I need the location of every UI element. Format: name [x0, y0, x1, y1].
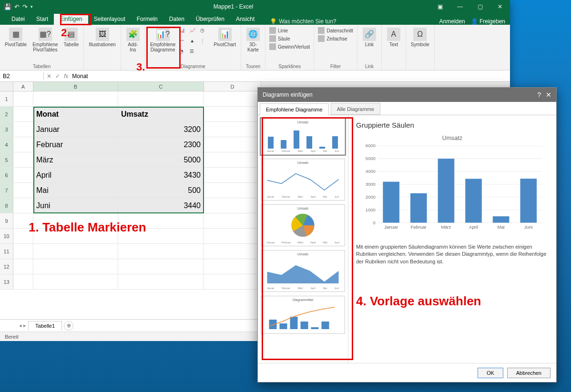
- close-button[interactable]: ✕: [490, 0, 510, 13]
- row-header[interactable]: 5: [0, 152, 13, 167]
- cell[interactable]: Juni: [33, 198, 118, 213]
- col-B[interactable]: B: [33, 82, 118, 91]
- enter-formula-icon[interactable]: ✓: [55, 73, 60, 80]
- 3d-map-button[interactable]: 🌐3D- Karte: [244, 27, 262, 53]
- cell[interactable]: [13, 107, 33, 121]
- row-header[interactable]: 8: [0, 198, 13, 213]
- row-header[interactable]: 12: [0, 259, 13, 274]
- maximize-button[interactable]: ▢: [470, 0, 490, 13]
- cell[interactable]: Monat: [33, 107, 118, 121]
- cell[interactable]: [13, 259, 33, 274]
- cell[interactable]: 2300: [118, 137, 204, 152]
- chart-hier-icon[interactable]: ◷: [200, 28, 210, 37]
- cell[interactable]: [204, 213, 261, 228]
- tab-datei[interactable]: Datei: [6, 14, 31, 25]
- col-A[interactable]: A: [13, 82, 33, 91]
- cell[interactable]: [204, 198, 261, 213]
- cell[interactable]: [33, 259, 118, 274]
- cell[interactable]: Mai: [33, 183, 118, 198]
- row-header[interactable]: 3: [0, 122, 13, 137]
- dialog-close-icon[interactable]: ✕: [546, 91, 551, 99]
- cell[interactable]: [118, 259, 204, 274]
- col-D[interactable]: D: [204, 82, 261, 91]
- tab-einfuegen[interactable]: Einfügen: [54, 14, 88, 25]
- add-sheet-button[interactable]: ⊕: [64, 321, 73, 331]
- ok-button[interactable]: OK: [478, 368, 503, 378]
- cell[interactable]: April: [33, 168, 118, 182]
- cell[interactable]: 5000: [118, 152, 204, 167]
- chart-thumbnail-list[interactable]: UmsatzJanuarFebruarMärzAprilMaiJuniUmsat…: [258, 115, 348, 363]
- tab-all-charts[interactable]: Alle Diagramme: [331, 103, 380, 115]
- illustrations-button[interactable]: 🖼Illustrationen: [87, 27, 118, 48]
- formula-input[interactable]: Monat: [72, 73, 88, 80]
- cell[interactable]: [33, 91, 118, 106]
- cell[interactable]: [204, 259, 261, 274]
- pivotchart-button[interactable]: 📊PivotChart: [212, 27, 238, 48]
- cancel-formula-icon[interactable]: ✕: [47, 73, 51, 80]
- row-header[interactable]: 6: [0, 168, 13, 182]
- chart-column-icon[interactable]: 📈: [190, 28, 199, 37]
- chart-thumb-bar[interactable]: UmsatzJanuarFebruarMärzAprilMaiJuni: [261, 118, 345, 155]
- tab-ansicht[interactable]: Ansicht: [230, 14, 260, 25]
- cell[interactable]: 500: [118, 183, 204, 198]
- row-header[interactable]: 10: [0, 229, 13, 243]
- chart-thumb-pie[interactable]: Umsatz•Januar•Februar•März•April•Mai•Jun…: [261, 204, 345, 246]
- cell[interactable]: 3440: [118, 198, 204, 213]
- sheet-tab-1[interactable]: Tabelle1: [28, 321, 62, 330]
- cell[interactable]: [13, 91, 33, 106]
- cell[interactable]: [204, 107, 261, 121]
- col-C[interactable]: C: [118, 82, 204, 91]
- cell[interactable]: [204, 229, 261, 243]
- cell[interactable]: [204, 152, 261, 167]
- chart-pie-icon[interactable]: ◔: [179, 49, 189, 58]
- cell[interactable]: [204, 183, 261, 198]
- cancel-button[interactable]: Abbrechen: [507, 368, 551, 378]
- qat-dropdown-icon[interactable]: ▾: [31, 4, 33, 9]
- cell[interactable]: [13, 244, 33, 259]
- chart-area-icon[interactable]: ▲: [190, 38, 199, 48]
- cell[interactable]: [13, 137, 33, 152]
- dialog-help-icon[interactable]: ?: [537, 91, 541, 99]
- cell[interactable]: [13, 183, 33, 198]
- tab-recommended-charts[interactable]: Empfohlene Diagramme: [260, 103, 329, 115]
- chart-thumb-combo[interactable]: Diagrammtitel: [261, 296, 345, 334]
- chart-thumb-area[interactable]: UmsatzJanuarFebruarMärzAprilMaiJuni: [261, 250, 345, 292]
- cell[interactable]: Umsatz: [118, 107, 204, 121]
- row-header[interactable]: 7: [0, 183, 13, 198]
- row-header[interactable]: 11: [0, 244, 13, 259]
- cell[interactable]: [118, 91, 204, 106]
- chart-bar-icon[interactable]: 📊: [179, 28, 189, 37]
- redo-icon[interactable]: ↷: [22, 3, 28, 10]
- minimize-button[interactable]: —: [450, 0, 470, 13]
- cell[interactable]: 3430: [118, 168, 204, 182]
- fx-icon[interactable]: fx: [64, 73, 68, 80]
- chart-thumb-line[interactable]: UmsatzJanuarFebruarMärzAprilMaiJuni: [261, 159, 345, 201]
- cell[interactable]: [204, 91, 261, 106]
- save-icon[interactable]: 💾: [4, 3, 11, 10]
- recommended-charts-button[interactable]: 📊?Empfohlene Diagramme: [148, 27, 177, 53]
- cell[interactable]: [204, 244, 261, 259]
- addins-button[interactable]: 🧩Add- Ins: [124, 27, 142, 53]
- cell[interactable]: [204, 122, 261, 137]
- cell[interactable]: [33, 244, 118, 259]
- slicer-button[interactable]: Datenschnitt: [317, 27, 354, 34]
- cell[interactable]: [13, 168, 33, 182]
- cell[interactable]: [204, 168, 261, 182]
- dialog-title-bar[interactable]: Diagramm einfügen ? ✕: [258, 88, 556, 102]
- chart-stock-icon[interactable]: ☰: [190, 49, 199, 58]
- sparkline-line-button[interactable]: Linie: [268, 27, 311, 34]
- cell[interactable]: [33, 274, 118, 289]
- pivottable-button[interactable]: ▦PivotTable: [3, 27, 29, 48]
- link-button[interactable]: 🔗Link: [360, 27, 378, 48]
- cell[interactable]: [118, 274, 204, 289]
- chart-line-icon[interactable]: 〰: [179, 38, 189, 48]
- tab-start[interactable]: Start: [31, 14, 54, 25]
- cell[interactable]: [13, 152, 33, 167]
- text-button[interactable]: AText: [385, 27, 403, 48]
- tab-daten[interactable]: Daten: [163, 14, 190, 25]
- row-header[interactable]: 13: [0, 274, 13, 289]
- row-header[interactable]: 4: [0, 137, 13, 152]
- undo-icon[interactable]: ↶: [14, 3, 20, 10]
- cell[interactable]: [13, 198, 33, 213]
- cell[interactable]: März: [33, 152, 118, 167]
